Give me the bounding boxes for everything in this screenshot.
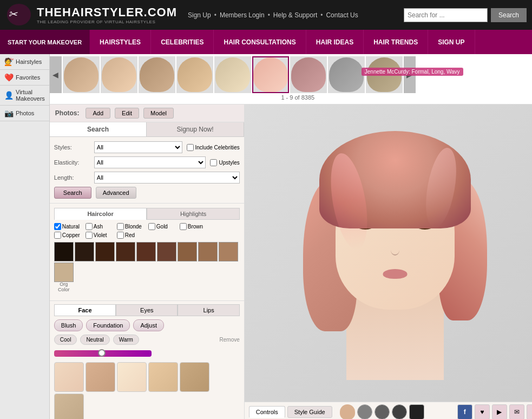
photos-label: Photos (16, 110, 34, 116)
styles-select[interactable]: All (94, 141, 182, 153)
include-celebrities-label: Include Celebrities (195, 145, 240, 150)
color-slider-bar[interactable] (54, 350, 152, 357)
dot3: • (320, 11, 323, 19)
include-celebrities-checkbox[interactable] (187, 144, 194, 151)
face-preview-1[interactable] (54, 362, 84, 392)
copper-checkbox[interactable] (54, 232, 61, 239)
org-color-swatch[interactable] (54, 263, 74, 282)
blush-button[interactable]: Blush (54, 319, 83, 331)
email-icon[interactable]: ✉ (509, 404, 524, 419)
strip-prev-button[interactable]: ◀ (50, 56, 62, 93)
strip-thumb-6[interactable]: Jennette McCurdy: Formal, Long, Wavy (252, 56, 289, 93)
left-menu-hairstyles[interactable]: 💇 Hairstyles (0, 54, 49, 70)
signup-tab[interactable]: Signup Now! (147, 122, 244, 136)
strip-thumb-3[interactable] (139, 56, 175, 93)
logo[interactable]: ✂ THEHAIRSTYLER.COM THE LEADING PROVIDER… (5, 3, 177, 27)
left-menu-virtual-makeovers[interactable]: 👤 Virtual Makeovers (0, 86, 49, 106)
navbar: START YOUR MAKEOVER HAIRSTYLES CELEBRITI… (0, 30, 532, 54)
controls-tab[interactable]: Controls (249, 406, 285, 418)
model-photo-button[interactable]: Model (143, 108, 174, 119)
strip-thumb-4[interactable] (176, 56, 213, 93)
strip-thumb-8[interactable] (328, 56, 365, 93)
upstyles-checkbox[interactable] (210, 159, 217, 166)
search-button[interactable]: Search (491, 8, 527, 22)
facebook-icon[interactable]: f (457, 404, 472, 419)
strip-thumb-9[interactable] (366, 56, 403, 93)
foundation-button[interactable]: Foundation (86, 319, 130, 331)
neutral-button[interactable]: Neutral (80, 335, 109, 345)
swatch-4[interactable] (116, 242, 135, 261)
strip-thumb-7[interactable] (290, 56, 327, 93)
cool-button[interactable]: Cool (54, 335, 77, 345)
upstyles-row: Upstyles (210, 159, 239, 166)
swatch-8[interactable] (198, 242, 218, 261)
face-preview-5[interactable] (180, 362, 209, 392)
dot1: • (214, 11, 216, 19)
hair-style-icon-3[interactable] (375, 404, 390, 419)
left-menu-photos[interactable]: 📷 Photos (0, 106, 49, 121)
remove-button[interactable]: Remove (220, 335, 240, 345)
haircolor-section: Haircolor Highlights Natural Ash (50, 203, 244, 300)
start-makeover-button[interactable]: START YOUR MAKEOVER (0, 30, 90, 54)
search-input[interactable] (404, 8, 488, 22)
swatch-7[interactable] (178, 242, 197, 261)
strip-thumb-5[interactable] (214, 56, 251, 93)
swatch-9[interactable] (219, 242, 238, 261)
face-preview-3[interactable] (117, 362, 147, 392)
nav-members-login[interactable]: Members Login (220, 11, 265, 19)
face-preview-4[interactable] (148, 362, 178, 392)
elasticity-select[interactable]: All (94, 156, 206, 168)
red-checkbox[interactable] (117, 232, 124, 239)
brown-cb: Brown (180, 223, 209, 230)
logo-title: THEHAIRSTYLER.COM (37, 5, 177, 19)
advanced-button[interactable]: Advanced (96, 187, 136, 199)
strip-next-button[interactable]: ▶ (404, 56, 416, 93)
face-preview-6[interactable] (54, 394, 84, 419)
ash-checkbox[interactable] (86, 223, 93, 230)
left-menu-favorites[interactable]: ❤️ Favorites (0, 70, 49, 86)
swatch-5[interactable] (136, 242, 156, 261)
edit-photo-button[interactable]: Edit (115, 108, 139, 119)
eyes-tab[interactable]: Eyes (116, 304, 178, 316)
swatch-6[interactable] (157, 242, 176, 261)
adjust-button[interactable]: Adjust (133, 319, 164, 331)
nav-consultations[interactable]: HAIR CONSULTATIONS (214, 30, 306, 54)
nav-trends[interactable]: HAIR TRENDS (364, 30, 428, 54)
hair-style-icon-1[interactable] (340, 404, 355, 419)
swatch-1[interactable] (54, 242, 74, 261)
share-icon[interactable]: ▶ (492, 404, 507, 419)
hair-style-icon-2[interactable] (357, 404, 372, 419)
face-preview-2[interactable] (86, 362, 115, 392)
face-tab[interactable]: Face (54, 304, 116, 316)
warm-button[interactable]: Warm (113, 335, 139, 345)
haircolor-tab[interactable]: Haircolor (54, 208, 147, 220)
length-select[interactable]: All (94, 172, 240, 184)
gold-checkbox[interactable] (148, 223, 155, 230)
search-tab[interactable]: Search (50, 122, 147, 136)
strip-thumb-2[interactable] (101, 56, 137, 93)
nav-contact[interactable]: Contact Us (326, 11, 358, 19)
style-guide-tab[interactable]: Style Guide (287, 406, 332, 418)
natural-checkbox[interactable] (54, 223, 61, 230)
lips-tab[interactable]: Lips (178, 304, 239, 316)
violet-checkbox[interactable] (86, 232, 93, 239)
nav-ideas[interactable]: HAIR IDEAS (306, 30, 364, 54)
swatch-2[interactable] (75, 242, 94, 261)
image-area: Controls Style Guide f ♥ (245, 104, 532, 419)
nav-celebrities[interactable]: CELEBRITIES (151, 30, 214, 54)
brown-checkbox[interactable] (180, 223, 187, 230)
filter-search-button[interactable]: Search (54, 187, 91, 199)
heart-icon[interactable]: ♥ (475, 404, 490, 419)
hair-style-icon-5[interactable] (409, 404, 424, 419)
nav-signup[interactable]: Sign Up (188, 11, 211, 19)
nav-hairstyles[interactable]: HAIRSTYLES (90, 30, 151, 54)
nav-signup[interactable]: SIGN UP (428, 30, 475, 54)
blonde-checkbox[interactable] (117, 223, 124, 230)
highlights-tab[interactable]: Highlights (147, 208, 240, 220)
nav-help[interactable]: Help & Support (273, 11, 317, 19)
hair-style-icon-4[interactable] (392, 404, 407, 419)
strip-thumb-1[interactable] (63, 56, 100, 93)
print-icon[interactable]: 🖨 (527, 404, 532, 419)
swatch-3[interactable] (95, 242, 115, 261)
add-photo-button[interactable]: Add (86, 108, 110, 119)
